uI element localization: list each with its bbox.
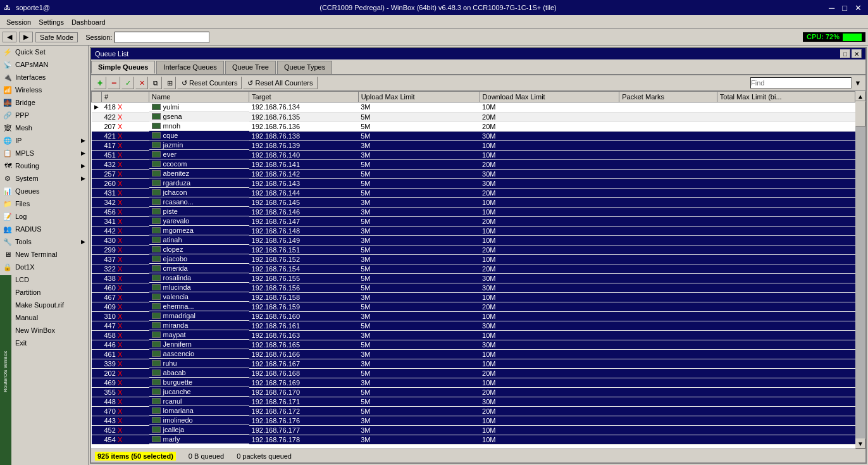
sidebar-item-make-supout[interactable]: 📄 Make Supout.rif [0,299,88,311]
table-row[interactable]: 442 X mgomeza 192.168.76.148 3M 10M [92,226,855,235]
find-dropdown[interactable]: ▼ [853,79,863,87]
table-row[interactable]: 202 X abacab 192.168.76.168 5M 20M [92,368,855,378]
maximize-button[interactable]: □ [840,3,850,13]
sidebar-item-partition[interactable]: 💿 Partition [0,286,88,299]
tab-queue-types[interactable]: Queue Types [277,61,332,74]
table-row[interactable]: ▶ 418 X yulmi 192.168.76.134 3M 10M [92,102,855,113]
table-row[interactable]: 421 X cque 192.168.76.138 5M 30M [92,131,855,140]
table-row[interactable]: 454 X marly 192.168.76.178 3M 10M [92,435,855,444]
scroll-track[interactable] [855,101,865,438]
table-row[interactable]: 452 X jcalleja 192.168.76.177 3M 10M [92,425,855,435]
sidebar-item-mpls[interactable]: 📋 MPLS [0,147,88,159]
scroll-down-arrow[interactable]: ▼ [855,438,865,449]
minimize-button[interactable]: ─ [826,3,837,13]
table-row[interactable]: 470 X lomariana 192.168.76.172 5M 20M [92,406,855,416]
table-row[interactable]: 431 X jchacon 192.168.76.144 5M 20M [92,188,855,197]
scrollbar-right[interactable]: ▲ ▼ [855,91,865,449]
safemode-button[interactable]: Safe Mode [35,32,78,42]
add-button[interactable]: + [94,77,106,89]
sidebar-item-manual[interactable]: 📖 Manual [0,311,88,324]
sidebar-item-capsman[interactable]: 📡 CAPsMAN [0,58,88,71]
table-row[interactable]: 469 X burguette 192.168.76.169 3M 10M [92,378,855,387]
sidebar-item-new-winbox[interactable]: 🪟 New WinBox [0,324,88,337]
scroll-thumb[interactable] [855,101,865,127]
table-row[interactable]: 430 X atinah 192.168.76.149 3M 10M [92,235,855,245]
table-row[interactable]: 417 X jazmin 192.168.76.139 3M 10M [92,140,855,150]
sidebar-item-files[interactable]: 📁 Files [0,197,88,210]
table-row[interactable]: 260 X rgarduza 192.168.76.143 5M 30M [92,178,855,188]
reset-counters-button[interactable]: ↺ Reset Counters [177,77,242,89]
table-row[interactable]: 451 X ever 192.168.76.140 3M 10M [92,150,855,159]
table-row[interactable]: 461 X aascencio 192.168.76.166 3M 10M [92,349,855,359]
filter-button[interactable]: ⊞ [163,77,176,89]
table-row[interactable]: 207 X mnoh 192.168.76.136 5M 20M [92,121,855,131]
sidebar-item-log[interactable]: 📝 Log [0,210,88,223]
sidebar-item-radius[interactable]: 👥 RADIUS [0,223,88,235]
table-container[interactable]: # Name Target Upload Max Limit Download … [91,91,855,449]
session-input[interactable] [115,32,209,43]
table-row[interactable]: 438 X rosalinda 192.168.76.155 5M 30M [92,273,855,283]
enable-button[interactable]: ✓ [121,77,134,89]
col-marks[interactable]: Packet Marks [619,92,717,102]
table-row[interactable]: 409 X ehemna... 192.168.76.159 5M 20M [92,302,855,311]
remove-button[interactable]: − [108,77,120,89]
back-button[interactable]: ◀ [3,32,16,42]
table-row[interactable]: 422 X gsena 192.168.76.135 5M 20M [92,112,855,121]
col-target[interactable]: Target [249,92,359,102]
table-row[interactable]: 446 X Jennifern 192.168.76.165 5M 30M [92,340,855,349]
sidebar-item-quick-set[interactable]: ⚡ Quick Set [0,46,88,58]
table-row[interactable]: 339 X ruhu 192.168.76.167 3M 10M [92,359,855,368]
table-row[interactable]: 448 X rcanul 192.168.76.171 5M 30M [92,397,855,406]
sidebar-item-system[interactable]: ⚙ System [0,172,88,185]
table-row[interactable]: 322 X cmerida 192.168.76.154 5M 20M [92,264,855,273]
table-row[interactable]: 355 X jucanche 192.168.76.170 5M 20M [92,387,855,397]
copy-button[interactable]: ⧉ [149,77,162,89]
table-row[interactable]: 456 X piste 192.168.76.146 3M 10M [92,207,855,216]
col-name[interactable]: Name [149,92,249,102]
menu-settings[interactable]: Settings [35,17,68,27]
table-row[interactable]: 460 X mlucinda 192.168.76.156 5M 30M [92,283,855,292]
sidebar-item-exit[interactable]: 🚪 Exit [0,337,88,349]
sidebar-item-new-terminal[interactable]: 🖥 New Terminal [0,248,88,261]
table-row[interactable]: 437 X ejacobo 192.168.76.152 3M 10M [92,254,855,264]
sidebar-item-lcd[interactable]: 📺 LCD [0,273,88,286]
sidebar-item-bridge[interactable]: 🌉 Bridge [0,96,88,109]
scroll-up-arrow[interactable]: ▲ [855,91,865,101]
sidebar-item-queues[interactable]: 📊 Queues [0,185,88,197]
menu-dashboard[interactable]: Dashboard [68,17,109,27]
sidebar-item-wireless[interactable]: 📶 Wireless [0,84,88,96]
sidebar-item-interfaces[interactable]: 🔌 Interfaces [0,71,88,84]
sidebar-item-tools[interactable]: 🔧 Tools [0,235,88,248]
sidebar-item-dot1x[interactable]: 🔒 Dot1X [0,261,88,273]
menu-session[interactable]: Session [3,17,35,27]
win-close-button[interactable]: ✕ [852,49,862,58]
table-row[interactable]: 299 X clopez 192.168.76.151 5M 20M [92,245,855,254]
sidebar-item-ip[interactable]: 🌐 IP [0,134,88,147]
col-num[interactable]: # [102,92,149,102]
table-row[interactable]: 341 X yarevalo 192.168.76.147 5M 20M [92,216,855,226]
table-row[interactable]: 447 X miranda 192.168.76.161 5M 30M [92,321,855,330]
col-upload[interactable]: Upload Max Limit [358,92,480,102]
table-row[interactable]: 310 X mmadrigal 192.168.76.160 3M 10M [92,311,855,321]
reset-all-counters-button[interactable]: ↺ Reset All Counters [243,77,317,89]
table-row[interactable]: 432 X ccocom 192.168.76.141 5M 20M [92,159,855,169]
tab-interface-queues[interactable]: Interface Queues [156,61,223,74]
table-row[interactable]: 467 X valencia 192.168.76.158 3M 10M [92,292,855,302]
table-row[interactable]: 458 X maypat 192.168.76.163 3M 10M [92,330,855,340]
table-row[interactable]: 443 X imolinedo 192.168.76.176 3M 10M [92,416,855,425]
col-download[interactable]: Download Max Limit [480,92,619,102]
sidebar-item-mesh[interactable]: 🕸 Mesh [0,121,88,134]
row-marks [619,112,717,121]
tab-queue-tree[interactable]: Queue Tree [225,61,276,74]
table-row[interactable]: 257 X abenitez 192.168.76.142 5M 30M [92,169,855,178]
sidebar-item-routing[interactable]: 🗺 Routing [0,159,88,172]
disable-button[interactable]: ✕ [135,77,148,89]
forward-button[interactable]: ▶ [19,32,33,42]
win-maximize-button[interactable]: □ [840,49,850,58]
tab-simple-queues[interactable]: Simple Queues [91,61,155,74]
col-total[interactable]: Total Max Limit (bi... [717,92,855,102]
find-input[interactable] [750,77,852,89]
close-button[interactable]: ✕ [852,3,864,13]
table-row[interactable]: 342 X rcasano... 192.168.76.145 3M 10M [92,197,855,207]
sidebar-item-ppp[interactable]: 🔗 PPP [0,109,88,121]
